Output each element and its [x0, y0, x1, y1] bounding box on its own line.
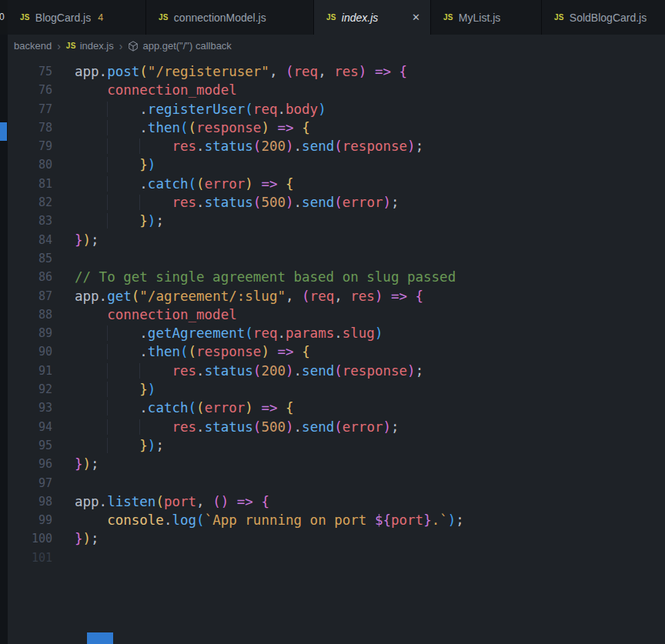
- line-number[interactable]: 77: [8, 100, 52, 118]
- code-line-row[interactable]: 87app.get("/agreement/:slug", (req, res)…: [8, 287, 665, 305]
- line-number[interactable]: 81: [8, 175, 52, 193]
- line-number[interactable]: 97: [8, 474, 52, 492]
- tab-BlogCard.js[interactable]: JSBlogCard.js4: [8, 0, 146, 35]
- code-line[interactable]: res.status(500).send(error);: [52, 193, 399, 212]
- line-number[interactable]: 87: [8, 287, 52, 305]
- code-token: {: [286, 400, 294, 415]
- code-line-row[interactable]: 95 });: [8, 436, 665, 455]
- code-line[interactable]: });: [52, 231, 99, 249]
- breadcrumb-item[interactable]: backend: [14, 40, 52, 52]
- code-line-row[interactable]: 84});: [8, 231, 665, 249]
- code-line[interactable]: .then((response) => {: [52, 118, 310, 137]
- code-line-row[interactable]: 79 res.status(200).send(response);: [8, 137, 665, 155]
- line-number[interactable]: 92: [8, 380, 52, 399]
- code-line[interactable]: app.get("/agreement/:slug", (req, res) =…: [52, 287, 423, 305]
- code-line-row[interactable]: 98app.listen(port, () => {: [8, 492, 665, 511]
- code-line[interactable]: res.status(200).send(response);: [52, 362, 423, 380]
- close-icon[interactable]: ✕: [409, 10, 423, 25]
- code-line-row[interactable]: 97: [8, 474, 665, 492]
- code-line-row[interactable]: 93 .catch((error) => {: [8, 399, 665, 417]
- code-line-row[interactable]: 99 console.log(`App running on port ${po…: [8, 511, 665, 529]
- line-number[interactable]: 80: [8, 155, 52, 174]
- line-number[interactable]: 76: [8, 81, 52, 99]
- code-line-row[interactable]: 94 res.status(500).send(error);: [8, 418, 665, 436]
- code-line[interactable]: connection_model: [52, 305, 237, 324]
- code-line-row[interactable]: 76 connection_model: [8, 81, 665, 99]
- line-number[interactable]: 94: [8, 418, 52, 436]
- code-token: ): [245, 400, 253, 415]
- code-token: getAgreement: [148, 325, 245, 341]
- code-editor[interactable]: 75app.post("/registeruser", (req, res) =…: [8, 57, 665, 644]
- code-line[interactable]: .getAgreement(req.params.slug): [52, 324, 383, 342]
- tab-index.js[interactable]: JSindex.js✕: [314, 0, 431, 35]
- breadcrumb-item[interactable]: JSindex.js: [66, 40, 114, 52]
- code-line[interactable]: .then((response) => {: [52, 342, 310, 361]
- code-line-row[interactable]: 83 });: [8, 212, 665, 230]
- line-number[interactable]: 90: [8, 342, 52, 361]
- code-line[interactable]: .catch((error) => {: [52, 175, 294, 193]
- code-line-row[interactable]: 92 }): [8, 380, 665, 399]
- code-line[interactable]: res.status(200).send(response);: [52, 137, 423, 155]
- code-line-row[interactable]: 100});: [8, 529, 665, 548]
- code-line[interactable]: connection_model: [52, 81, 237, 99]
- code-line-row[interactable]: 75app.post("/registeruser", (req, res) =…: [8, 62, 665, 81]
- breadcrumb-item[interactable]: app.get("/") callback: [128, 40, 231, 52]
- code-line-row[interactable]: 85: [8, 249, 665, 268]
- line-number[interactable]: 83: [8, 212, 52, 230]
- line-number[interactable]: 91: [8, 362, 52, 380]
- code-line-row[interactable]: 78 .then((response) => {: [8, 118, 665, 137]
- code-line-row[interactable]: 96});: [8, 455, 665, 473]
- tab-MyList.js[interactable]: JSMyList.js: [431, 0, 542, 35]
- code-line-row[interactable]: 81 .catch((error) => {: [8, 175, 665, 193]
- code-line-row[interactable]: 88 connection_model: [8, 305, 665, 324]
- line-number[interactable]: 84: [8, 231, 52, 249]
- code-line[interactable]: // To get single agreement based on slug…: [52, 268, 456, 286]
- code-line-row[interactable]: 90 .then((response) => {: [8, 342, 665, 361]
- code-line[interactable]: .catch((error) => {: [52, 399, 294, 417]
- tab-SoldBlogCard.js[interactable]: JSSoldBlogCard.js: [542, 0, 665, 35]
- line-number[interactable]: 88: [8, 305, 52, 324]
- code-line-row[interactable]: 80 }): [8, 155, 665, 174]
- tab-connectionModel.js[interactable]: JSconnectionModel.js: [146, 0, 314, 35]
- code-line[interactable]: console.log(`App running on port ${port}…: [52, 511, 464, 529]
- line-number[interactable]: 96: [8, 455, 52, 473]
- line-number[interactable]: 79: [8, 137, 52, 155]
- code-line[interactable]: });: [52, 212, 164, 230]
- line-number[interactable]: 82: [8, 193, 52, 212]
- code-line[interactable]: [52, 474, 75, 492]
- line-number[interactable]: 95: [8, 436, 52, 455]
- code-line-row[interactable]: 91 res.status(200).send(response);: [8, 362, 665, 380]
- code-line[interactable]: });: [52, 455, 99, 473]
- line-number[interactable]: 99: [8, 511, 52, 529]
- line-number[interactable]: 89: [8, 324, 52, 342]
- code-token: ): [383, 195, 391, 210]
- code-token: .: [139, 344, 148, 359]
- code-line[interactable]: });: [52, 436, 164, 455]
- code-line[interactable]: }): [52, 380, 155, 399]
- code-line[interactable]: res.status(500).send(error);: [52, 418, 399, 436]
- line-number[interactable]: 86: [8, 268, 52, 286]
- chevron-right-icon: ›: [119, 40, 123, 52]
- line-number[interactable]: 75: [8, 62, 52, 81]
- line-number[interactable]: 85: [8, 249, 52, 268]
- line-number[interactable]: 78: [8, 118, 52, 137]
- code-line-row[interactable]: 101: [8, 549, 665, 567]
- code-line-row[interactable]: 82 res.status(500).send(error);: [8, 193, 665, 212]
- code-token: (: [245, 102, 253, 117]
- line-number[interactable]: 98: [8, 492, 52, 511]
- line-number[interactable]: 101: [8, 549, 52, 567]
- code-line[interactable]: [52, 549, 75, 567]
- code-token: (: [334, 419, 343, 435]
- code-line[interactable]: app.listen(port, () => {: [52, 492, 269, 511]
- code-line[interactable]: .registerUser(req.body): [52, 100, 326, 118]
- code-line[interactable]: app.post("/registeruser", (req, res) => …: [52, 62, 407, 81]
- code-line[interactable]: }): [52, 155, 155, 174]
- code-line-row[interactable]: 89 .getAgreement(req.params.slug): [8, 324, 665, 342]
- line-number[interactable]: 93: [8, 399, 52, 417]
- code-line-row[interactable]: 86// To get single agreement based on sl…: [8, 268, 665, 286]
- code-line[interactable]: [52, 249, 75, 268]
- code-line[interactable]: });: [52, 529, 99, 548]
- indent: [75, 325, 107, 341]
- line-number[interactable]: 100: [8, 529, 52, 548]
- code-line-row[interactable]: 77 .registerUser(req.body): [8, 100, 665, 118]
